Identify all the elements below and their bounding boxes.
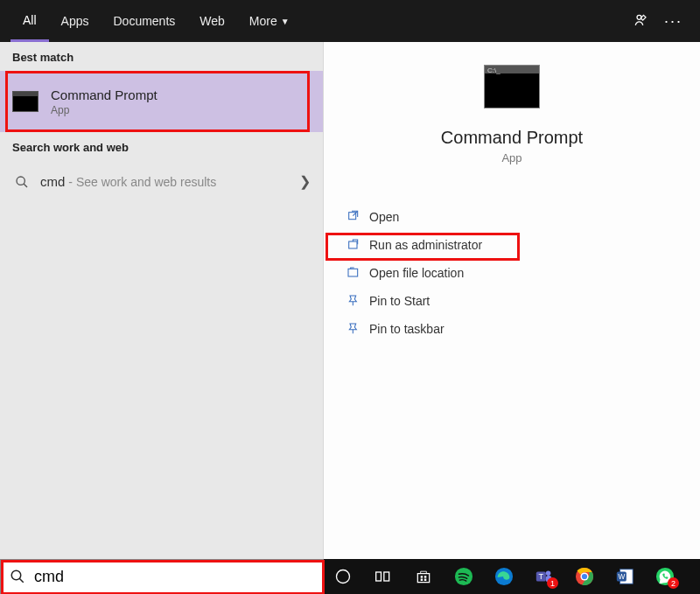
word-icon[interactable]: W (614, 566, 635, 587)
tab-apps[interactable]: Apps (49, 0, 102, 42)
whatsapp-icon[interactable]: 2 (654, 566, 676, 587)
result-subtitle: App (51, 104, 158, 116)
svg-rect-13 (421, 576, 424, 578)
preview-subtitle: App (501, 151, 522, 164)
svg-rect-12 (384, 572, 389, 581)
cortana-icon[interactable] (332, 566, 354, 587)
web-search-result[interactable]: cmd - See work and web results ❯ (0, 161, 323, 202)
preview-title: Command Prompt (441, 128, 583, 148)
spotify-icon[interactable] (453, 566, 474, 587)
notification-badge: 1 (547, 577, 558, 589)
best-match-label: Best match (0, 42, 323, 71)
tab-more[interactable]: More▼ (237, 0, 302, 42)
svg-point-17 (455, 568, 472, 585)
search-input[interactable] (34, 568, 314, 586)
task-view-icon[interactable] (373, 566, 394, 587)
search-icon (12, 175, 32, 189)
svg-point-8 (11, 570, 21, 580)
svg-rect-5 (348, 269, 358, 276)
search-box[interactable] (0, 559, 324, 594)
pin-icon (346, 322, 369, 336)
search-tabs-bar: All Apps Documents Web More▼ ··· (0, 0, 700, 42)
command-prompt-icon (12, 91, 38, 112)
taskbar: T1 W 2 (324, 559, 700, 594)
work-web-label: Search work and web (0, 132, 323, 161)
tab-all[interactable]: All (10, 0, 49, 42)
svg-rect-14 (424, 576, 427, 578)
svg-line-2 (24, 184, 27, 187)
microsoft-store-icon[interactable] (413, 566, 434, 587)
results-panel: Best match Command Prompt App Search wor… (0, 42, 324, 559)
pin-icon (346, 294, 369, 308)
svg-text:T: T (539, 572, 544, 581)
svg-rect-4 (349, 241, 357, 248)
action-pin-taskbar[interactable]: Pin to taskbar (338, 315, 686, 343)
folder-icon (346, 266, 369, 280)
svg-rect-16 (424, 579, 427, 582)
svg-line-9 (19, 578, 24, 583)
edge-icon[interactable] (494, 566, 514, 587)
action-run-admin[interactable]: Run as administrator (338, 231, 686, 259)
action-open-location[interactable]: Open file location (338, 259, 686, 287)
svg-point-1 (17, 177, 24, 185)
notification-badge: 2 (668, 577, 679, 589)
command-prompt-icon (484, 65, 540, 108)
best-match-result[interactable]: Command Prompt App (0, 71, 323, 132)
admin-shield-icon (346, 238, 369, 252)
dropdown-caret-icon: ▼ (281, 17, 290, 26)
result-title: Command Prompt (51, 87, 158, 102)
search-icon (10, 569, 25, 584)
feedback-icon[interactable] (633, 12, 650, 30)
more-options-icon[interactable]: ··· (664, 12, 682, 31)
chrome-icon[interactable] (574, 566, 595, 587)
tab-web[interactable]: Web (187, 0, 237, 42)
web-term: cmd (40, 174, 65, 189)
preview-panel: Command Prompt App Open Run as administr… (324, 42, 700, 559)
action-pin-start[interactable]: Pin to Start (338, 287, 686, 315)
svg-point-21 (546, 571, 551, 577)
open-icon (346, 210, 369, 224)
web-suffix: - See work and web results (68, 175, 216, 189)
svg-point-25 (582, 574, 587, 579)
svg-point-10 (337, 570, 350, 584)
teams-icon[interactable]: T1 (534, 566, 555, 587)
svg-text:W: W (618, 573, 625, 581)
action-open[interactable]: Open (338, 203, 686, 231)
actions-list: Open Run as administrator Open file loca… (324, 203, 700, 343)
svg-rect-11 (376, 572, 382, 581)
svg-rect-15 (421, 579, 424, 582)
tab-documents[interactable]: Documents (101, 0, 187, 42)
chevron-right-icon[interactable]: ❯ (299, 173, 311, 190)
